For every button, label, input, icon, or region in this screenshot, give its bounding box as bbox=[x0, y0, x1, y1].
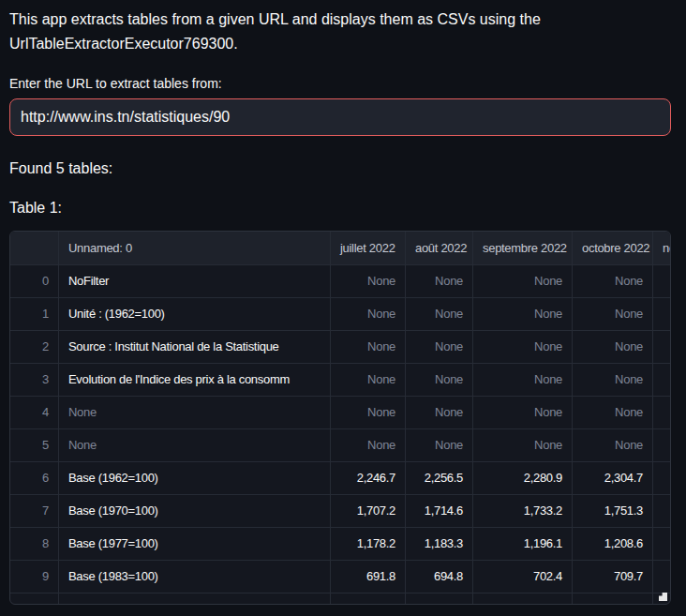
data-cell[interactable]: None bbox=[473, 429, 573, 462]
row-index-cell[interactable]: 6 bbox=[10, 462, 59, 495]
data-cell[interactable]: 694.8 bbox=[406, 561, 473, 593]
data-cell[interactable]: Source : Institut National de la Statist… bbox=[59, 331, 331, 364]
header-cell[interactable]: juillet 2022 bbox=[331, 232, 406, 265]
url-input[interactable] bbox=[9, 98, 671, 136]
data-cell[interactable]: None bbox=[473, 397, 573, 429]
data-cell[interactable]: None bbox=[473, 331, 573, 364]
data-cell[interactable] bbox=[653, 265, 671, 298]
data-cell[interactable]: None bbox=[406, 298, 473, 331]
table-row: 8Base (1977=100)1,178.21,183.31,196.11,2… bbox=[10, 528, 671, 561]
data-cell[interactable]: None bbox=[573, 397, 653, 429]
dataframe-grid: Unnamed: 0juillet 2022août 2022septembre… bbox=[10, 232, 670, 605]
data-cell[interactable]: 702.4 bbox=[473, 561, 573, 593]
data-cell[interactable] bbox=[653, 495, 671, 528]
data-cell[interactable] bbox=[473, 593, 573, 605]
data-cell[interactable]: None bbox=[331, 364, 406, 397]
header-row: Unnamed: 0juillet 2022août 2022septembre… bbox=[10, 232, 671, 265]
data-cell[interactable]: None bbox=[406, 331, 473, 364]
data-cell[interactable]: Base (1970=100) bbox=[59, 495, 331, 528]
data-cell[interactable]: None bbox=[406, 364, 473, 397]
data-cell[interactable] bbox=[653, 462, 671, 495]
table-caption: Table 1: bbox=[9, 197, 671, 219]
table-row: 3Evolution de l'Indice des prix à la con… bbox=[10, 364, 671, 397]
row-index-cell[interactable]: 1 bbox=[10, 298, 59, 331]
data-cell[interactable]: None bbox=[59, 429, 331, 462]
data-cell[interactable]: NoFilter bbox=[59, 265, 331, 298]
row-index-cell[interactable]: 5 bbox=[10, 429, 59, 462]
data-cell[interactable] bbox=[653, 561, 671, 593]
data-cell[interactable]: None bbox=[331, 298, 406, 331]
table-row: 6Base (1962=100)2,246.72,256.52,280.92,3… bbox=[10, 462, 671, 495]
data-cell[interactable]: None bbox=[473, 298, 573, 331]
data-cell[interactable]: 2,304.7 bbox=[573, 462, 653, 495]
dataframe: Unnamed: 0juillet 2022août 2022septembre… bbox=[9, 231, 671, 605]
header-cell-index[interactable] bbox=[10, 232, 59, 265]
data-cell[interactable]: None bbox=[573, 429, 653, 462]
data-cell[interactable]: 1,183.3 bbox=[406, 528, 473, 561]
data-cell[interactable]: None bbox=[406, 429, 473, 462]
row-index-cell[interactable]: 10 bbox=[10, 593, 59, 605]
data-cell[interactable]: Unité : (1962=100) bbox=[59, 298, 331, 331]
data-cell[interactable]: 1,714.6 bbox=[406, 495, 473, 528]
data-cell[interactable]: None bbox=[331, 331, 406, 364]
data-cell[interactable]: Base (1990=100) bbox=[59, 593, 331, 605]
table-row: 4NoneNoneNoneNoneNone bbox=[10, 397, 671, 429]
data-cell[interactable]: 2,246.7 bbox=[331, 462, 406, 495]
app-content: This app extracts tables from a given UR… bbox=[9, 8, 671, 605]
data-cell[interactable] bbox=[653, 331, 671, 364]
data-cell[interactable] bbox=[331, 593, 406, 605]
row-index-cell[interactable]: 3 bbox=[10, 364, 59, 397]
data-cell[interactable]: Base (1962=100) bbox=[59, 462, 331, 495]
data-cell[interactable]: None bbox=[331, 265, 406, 298]
data-cell[interactable]: None bbox=[473, 265, 573, 298]
row-index-cell[interactable]: 0 bbox=[10, 265, 59, 298]
table-row: 7Base (1970=100)1,707.21,714.61,733.21,7… bbox=[10, 495, 671, 528]
data-cell[interactable]: 1,196.1 bbox=[473, 528, 573, 561]
data-cell[interactable]: None bbox=[573, 265, 653, 298]
data-cell[interactable] bbox=[653, 397, 671, 429]
row-index-cell[interactable]: 4 bbox=[10, 397, 59, 429]
table-row: 0NoFilterNoneNoneNoneNone bbox=[10, 265, 671, 298]
row-index-cell[interactable]: 2 bbox=[10, 331, 59, 364]
header-cell[interactable]: août 2022 bbox=[406, 232, 473, 265]
header-cell[interactable]: Unnamed: 0 bbox=[59, 232, 331, 265]
data-cell[interactable]: 1,733.2 bbox=[473, 495, 573, 528]
data-cell[interactable] bbox=[653, 364, 671, 397]
data-cell[interactable]: Base (1983=100) bbox=[59, 561, 331, 593]
data-cell[interactable]: None bbox=[59, 397, 331, 429]
data-cell[interactable]: 709.7 bbox=[573, 561, 653, 593]
table-row: 2Source : Institut National de la Statis… bbox=[10, 331, 671, 364]
data-cell[interactable]: None bbox=[406, 397, 473, 429]
data-cell[interactable] bbox=[653, 429, 671, 462]
row-index-cell[interactable]: 9 bbox=[10, 561, 59, 593]
data-cell[interactable]: 1,178.2 bbox=[331, 528, 406, 561]
data-cell[interactable]: 2,256.5 bbox=[406, 462, 473, 495]
found-count-text: Found 5 tables: bbox=[9, 158, 671, 180]
row-index-cell[interactable]: 7 bbox=[10, 495, 59, 528]
data-cell[interactable]: 1,751.3 bbox=[573, 495, 653, 528]
data-cell[interactable]: 2,280.9 bbox=[473, 462, 573, 495]
data-cell[interactable]: None bbox=[331, 397, 406, 429]
data-cell[interactable]: 1,707.2 bbox=[331, 495, 406, 528]
data-cell[interactable]: None bbox=[573, 364, 653, 397]
data-cell[interactable] bbox=[653, 528, 671, 561]
data-cell[interactable]: None bbox=[573, 331, 653, 364]
header-cell[interactable]: novembre 2022 bbox=[653, 232, 671, 265]
header-cell[interactable]: septembre 2022 bbox=[473, 232, 573, 265]
data-cell[interactable]: None bbox=[406, 265, 473, 298]
url-label: Enter the URL to extract tables from: bbox=[9, 76, 671, 92]
row-index-cell[interactable]: 8 bbox=[10, 528, 59, 561]
table-row: 9Base (1983=100)691.8694.8702.4709.7 bbox=[10, 561, 671, 593]
table-row: 5NoneNoneNoneNoneNone bbox=[10, 429, 671, 462]
data-cell[interactable] bbox=[573, 593, 653, 605]
data-cell[interactable] bbox=[653, 298, 671, 331]
data-cell[interactable]: None bbox=[331, 429, 406, 462]
data-cell[interactable]: 691.8 bbox=[331, 561, 406, 593]
data-cell[interactable]: Evolution de l'Indice des prix à la cons… bbox=[59, 364, 331, 397]
data-cell[interactable]: None bbox=[473, 364, 573, 397]
data-cell[interactable]: None bbox=[573, 298, 653, 331]
data-cell[interactable]: 1,208.6 bbox=[573, 528, 653, 561]
header-cell[interactable]: octobre 2022 bbox=[573, 232, 653, 265]
data-cell[interactable] bbox=[406, 593, 473, 605]
data-cell[interactable]: Base (1977=100) bbox=[59, 528, 331, 561]
